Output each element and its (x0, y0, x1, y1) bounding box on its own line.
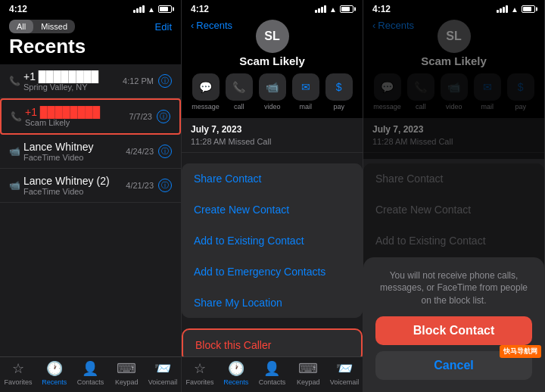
call-action[interactable]: 📞 call (226, 73, 253, 110)
section-gap-1 (182, 153, 363, 159)
video-action-3: 📹 video (441, 73, 468, 110)
call-label: call (234, 103, 244, 110)
watermark: 快马导航网 (500, 345, 541, 358)
mail-action-3: ✉ mail (474, 73, 501, 110)
list-item-lance1[interactable]: 📹 Lance Whitney FaceTime Video 4/24/23 ⓘ (0, 135, 181, 169)
create-contact-item[interactable]: Create New Contact (182, 194, 363, 226)
emergency-item[interactable]: Add to Emergency Contacts (182, 257, 363, 288)
tab-favorites-1[interactable]: ☆ Favorites (0, 360, 36, 386)
list-item[interactable]: 📞 +1 ████████ Spring Valley, NY 4:12 PM … (0, 64, 181, 98)
info-button[interactable]: ⓘ (158, 74, 172, 88)
info-button-lance1[interactable]: ⓘ (158, 145, 172, 158)
pay-action[interactable]: $ pay (325, 73, 353, 110)
signal-icon-3 (497, 5, 508, 13)
video-action[interactable]: 📹 video (259, 73, 286, 110)
tab-voicemail-1[interactable]: 📨 Voicemail (145, 360, 181, 386)
status-icons-1: ▲ (133, 5, 172, 14)
phone-icon: 📞 (9, 76, 20, 86)
contact-header: ‹ Recents SL Scam Likely 💬 message 📞 cal… (182, 17, 363, 118)
mail-action[interactable]: ✉ mail (292, 73, 319, 110)
signal-icon-1 (133, 5, 145, 13)
message-action[interactable]: 💬 message (192, 73, 220, 110)
call-date-scam: 7/7/23 (129, 112, 152, 121)
pay-label-3: pay (515, 103, 527, 110)
video-label-3: video (446, 103, 462, 110)
tab-keypad-1[interactable]: ⌨ Keypad (108, 360, 145, 386)
time-1: 4:12 (9, 4, 27, 14)
phone-icon-lance2: 📹 (9, 180, 20, 191)
time-3: 4:12 (372, 4, 391, 14)
avatar: SL (256, 20, 289, 53)
tab-favorites-2[interactable]: ☆ Favorites (182, 360, 218, 386)
share-contact-item[interactable]: Share Contact (182, 163, 363, 194)
caller-info-lance1: Lance Whitney FaceTime Video (23, 141, 126, 162)
tab-all[interactable]: All (9, 20, 33, 33)
call-detail: 11:28 AM Missed Call (191, 137, 353, 146)
tab-recents-1[interactable]: 🕐 Recents (36, 360, 73, 386)
tab-missed[interactable]: Missed (33, 20, 75, 33)
edit-button[interactable]: Edit (155, 21, 172, 33)
avatar-3: SL (438, 20, 471, 53)
panel-block-confirm: 4:12 ▲ ‹ Recents SL Scam Likely (363, 0, 545, 392)
tab-recents-label-1: Recents (42, 378, 67, 386)
caller-name-lance2: Lance Whitney (2) (23, 175, 126, 187)
mail-label: mail (300, 103, 313, 110)
caller-info-lance2: Lance Whitney (2) FaceTime Video (23, 175, 126, 196)
star-icon-1: ☆ (12, 360, 24, 377)
video-icon-3: 📹 (441, 73, 468, 101)
tab-favorites-label-2: Favorites (185, 378, 213, 386)
block-caller-button[interactable]: Block this Caller (182, 328, 363, 356)
status-bar-1: 4:12 ▲ (0, 0, 181, 17)
tab-keypad-2[interactable]: ⌨ Keypad (290, 360, 326, 386)
contacts-icon-2: 👤 (263, 360, 280, 377)
back-button[interactable]: ‹ Recents (191, 20, 232, 31)
tab-contacts-1[interactable]: 👤 Contacts (73, 360, 109, 386)
info-button-scam[interactable]: ⓘ (157, 110, 170, 123)
contact-name-3: Scam Likely (421, 54, 487, 67)
add-existing-3: Add to Existing Contact (363, 226, 544, 257)
recents-icon-2: 🕐 (228, 360, 244, 377)
add-existing-item[interactable]: Add to Existing Contact (182, 226, 363, 257)
voicemail-icon-1: 📨 (154, 360, 171, 377)
call-date-lance2: 4/21/23 (126, 181, 154, 190)
tab-recents-2[interactable]: 🕐 Recents (218, 360, 254, 386)
call-date-section: July 7, 2023 11:28 AM Missed Call (182, 118, 363, 153)
back-label: Recents (196, 20, 232, 31)
message-label-3: message (373, 103, 401, 110)
tab-voicemail-2[interactable]: 📨 Voicemail (326, 360, 363, 386)
caller-name-scam: +1 ████████ (25, 106, 129, 118)
tab-recents-label-2: Recents (223, 378, 248, 386)
message-action-3: 💬 message (373, 73, 401, 110)
tab-voicemail-label-1: Voicemail (148, 378, 178, 386)
message-label: message (192, 103, 220, 110)
tab-bar-1: ☆ Favorites 🕐 Recents 👤 Contacts ⌨ Keypa… (0, 356, 181, 392)
block-contact-button[interactable]: Block Contact (375, 316, 532, 345)
keypad-icon-1: ⌨ (117, 360, 136, 377)
call-action-3: 📞 call (407, 73, 434, 110)
voicemail-icon-2: 📨 (336, 360, 353, 377)
tab-toggle[interactable]: All Missed (9, 20, 75, 33)
star-icon-2: ☆ (194, 360, 206, 377)
list-item-lance2[interactable]: 📹 Lance Whitney (2) FaceTime Video 4/21/… (0, 169, 181, 203)
message-icon: 💬 (192, 73, 220, 101)
recents-header: All Missed Edit Recents (0, 17, 181, 64)
panel-contact-detail: 4:12 ▲ ‹ Recents SL Scam Likely 💬 messag… (182, 0, 363, 392)
wifi-icon-3: ▲ (511, 5, 519, 14)
call-date-section-3: July 7, 2023 11:28 AM Missed Call (363, 118, 544, 153)
status-icons-2: ▲ (315, 5, 353, 14)
section-gap-2 (182, 322, 363, 328)
wifi-icon-2: ▲ (329, 5, 337, 14)
list-item-scam[interactable]: 📞 +1 ████████ Scam Likely 7/7/23 ⓘ (0, 98, 181, 135)
tab-contacts-2[interactable]: 👤 Contacts (254, 360, 291, 386)
chevron-left-icon: ‹ (191, 20, 194, 31)
contact-name: Scam Likely (239, 54, 305, 67)
pay-action-3: $ pay (507, 73, 534, 110)
panel2-scroll: July 7, 2023 11:28 AM Missed Call Share … (182, 118, 363, 356)
phone-icon-missed: 📞 (11, 111, 22, 122)
create-contact-3: Create New Contact (363, 194, 544, 226)
caller-sub-scam: Scam Likely (25, 118, 129, 127)
caller-sub-lance1: FaceTime Video (23, 153, 126, 162)
share-location-item[interactable]: Share My Location (182, 288, 363, 318)
info-button-lance2[interactable]: ⓘ (158, 179, 172, 192)
back-button-3[interactable]: ‹ Recents (372, 20, 414, 31)
